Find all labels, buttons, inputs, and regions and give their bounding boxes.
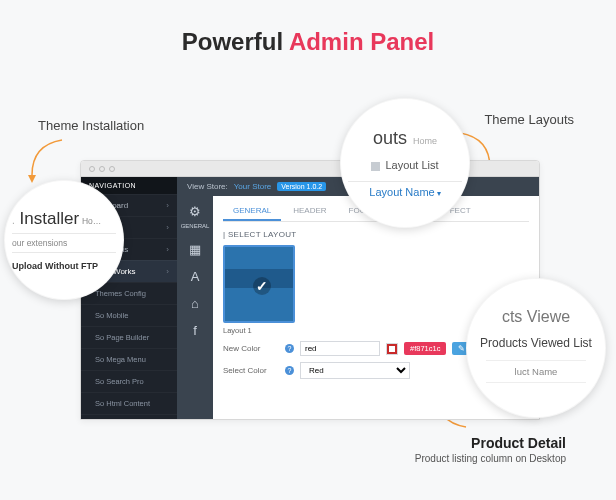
installer-title: Installer xyxy=(20,209,80,228)
layout-thumbnail[interactable] xyxy=(223,245,295,323)
chevron-down-icon: ▾ xyxy=(437,189,441,198)
layout-name-link[interactable]: Layout Name xyxy=(369,186,434,198)
nav-item-so-search-pro[interactable]: So Search Pro xyxy=(81,370,177,392)
new-color-input[interactable] xyxy=(300,341,380,356)
new-color-label: New Color xyxy=(223,344,279,353)
page-heading: Powerful Admin Panel xyxy=(0,0,616,56)
product-list-label: Products Viewed List xyxy=(474,336,598,350)
heading-part2: Admin Panel xyxy=(289,28,434,55)
nav-item-so-home-slider[interactable]: So Home Slider xyxy=(81,414,177,420)
callout-product-title: Product Detail xyxy=(471,435,566,451)
callout-layouts: Theme Layouts xyxy=(484,112,574,127)
store-link[interactable]: Your Store xyxy=(234,182,272,191)
font-icon[interactable]: A xyxy=(191,269,200,284)
tag-icon[interactable]: ⌂ xyxy=(191,296,199,311)
hex-badge: #f871c1c xyxy=(404,342,446,355)
product-title-frag: cts Viewe xyxy=(474,308,598,326)
social-icon[interactable]: f xyxy=(193,323,197,338)
magnifier-installer: . Installer Ho… our extensions Upload Wi… xyxy=(4,180,124,300)
installer-note: Upload Without FTP xyxy=(12,261,116,271)
nav-item-so-page-builder[interactable]: So Page Builder xyxy=(81,326,177,348)
help-icon-2[interactable]: ? xyxy=(285,366,294,375)
gear-icon[interactable]: ⚙ xyxy=(189,204,201,219)
arrow-installation xyxy=(22,135,72,185)
heading-part1: Powerful xyxy=(182,28,289,55)
callout-product-sub: Product listing column on Desktop xyxy=(415,453,566,464)
layouts-title-frag: outs xyxy=(373,128,407,149)
tab-header[interactable]: HEADER xyxy=(283,202,336,221)
layouts-home: Home xyxy=(413,136,437,146)
callout-installation: Theme Installation xyxy=(38,118,144,133)
select-color-dropdown[interactable]: Red xyxy=(300,362,410,379)
layout-icon[interactable]: ▦ xyxy=(189,242,201,257)
layout-list-label: Layout List xyxy=(385,159,438,171)
nav-item-so-mobile[interactable]: So Mobile xyxy=(81,304,177,326)
nav-item-so-html-content[interactable]: So Html Content xyxy=(81,392,177,414)
window-dot-min[interactable] xyxy=(99,166,105,172)
color-swatch[interactable] xyxy=(386,343,398,355)
version-badge: Version 1.0.2 xyxy=(277,182,326,191)
magnifier-layouts: outsHome Layout List Layout Name▾ xyxy=(340,98,470,228)
svg-marker-0 xyxy=(28,175,36,183)
view-store-label: View Store: xyxy=(187,182,228,191)
help-icon[interactable]: ? xyxy=(285,344,294,353)
product-row-frag: luct Name xyxy=(474,366,598,377)
square-icon xyxy=(371,162,380,171)
iconcol-label: GENERAL xyxy=(181,223,210,230)
icon-column: ⚙ GENERAL ▦ A ⌂ f xyxy=(177,196,213,419)
installer-leading: . xyxy=(12,215,20,226)
installer-list: our extensions xyxy=(12,238,116,248)
select-layout-title: | SELECT LAYOUT xyxy=(223,230,529,239)
window-dot-max[interactable] xyxy=(109,166,115,172)
window-titlebar xyxy=(81,161,539,177)
select-color-label: Select Color xyxy=(223,366,279,375)
magnifier-product: cts Viewe Products Viewed List luct Name xyxy=(466,278,606,418)
installer-trail: Ho… xyxy=(82,216,101,226)
nav-item-so-mega-menu[interactable]: So Mega Menu xyxy=(81,348,177,370)
tab-general[interactable]: GENERAL xyxy=(223,202,281,221)
window-dot-close[interactable] xyxy=(89,166,95,172)
admin-window: NAVIGATION DashboardCatalogExtensionsenC… xyxy=(80,160,540,420)
callout-product: Product Detail Product listing column on… xyxy=(415,435,566,464)
